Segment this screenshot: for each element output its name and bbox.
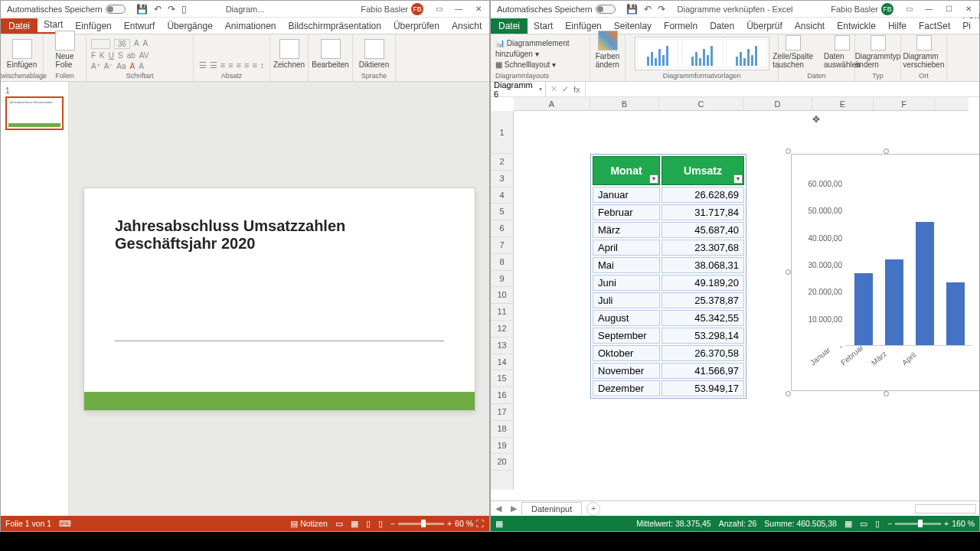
edit-button[interactable]: Bearbeiten bbox=[309, 37, 351, 70]
cell-month[interactable]: Februar bbox=[593, 204, 660, 220]
cell-month[interactable]: Mai bbox=[593, 257, 660, 273]
new-sheet-button[interactable]: + bbox=[586, 502, 600, 516]
cell-month[interactable]: Dezember bbox=[593, 380, 660, 396]
normal-view-icon[interactable]: ▦ bbox=[844, 519, 852, 528]
cell-value[interactable]: 25.378,87 bbox=[662, 292, 744, 308]
tab-daten[interactable]: Daten bbox=[704, 18, 740, 34]
tab-animationen[interactable]: Animationen bbox=[219, 18, 283, 34]
tab-ansicht[interactable]: Ansicht bbox=[789, 18, 831, 34]
row-header-1[interactable]: 1 bbox=[491, 111, 513, 154]
fit-icon[interactable]: ⛶ bbox=[476, 519, 485, 528]
sorter-view-icon[interactable]: ▦ bbox=[351, 519, 358, 528]
switch-row-col-button[interactable]: Zeile/Spalte tauschen bbox=[769, 34, 816, 70]
autosave-toggle[interactable] bbox=[596, 5, 616, 14]
embedded-chart[interactable]: 60.000,0050.000,0040.000,0030.000,0020.0… bbox=[791, 154, 979, 391]
row-header-11[interactable]: 11 bbox=[491, 304, 513, 321]
chart-styles-gallery[interactable] bbox=[635, 37, 769, 70]
table-row[interactable]: April23.307,68 bbox=[593, 240, 744, 256]
save-icon[interactable]: 💾 bbox=[136, 4, 148, 15]
tab-ueberpruefen[interactable]: Überprüfen bbox=[387, 18, 446, 34]
slideshow-view-icon[interactable]: ▯ bbox=[378, 519, 383, 528]
table-row[interactable]: August45.342,55 bbox=[593, 310, 744, 326]
zoom-in-icon[interactable]: + bbox=[447, 519, 452, 528]
slideshow-icon[interactable]: ▯ bbox=[181, 4, 187, 15]
cell-value[interactable]: 45.342,55 bbox=[662, 310, 744, 326]
quick-layout-button[interactable]: ▦ Schnelllayout ▾ bbox=[495, 60, 585, 70]
data-table[interactable]: Monat▾ Umsatz▾ Januar26.628,69Februar31.… bbox=[590, 154, 746, 399]
normal-view-icon[interactable]: ▭ bbox=[335, 519, 343, 528]
undo-icon[interactable]: ↶ bbox=[154, 4, 162, 15]
tab-formeln[interactable]: Formeln bbox=[658, 18, 704, 34]
cell-month[interactable]: August bbox=[593, 310, 660, 326]
row-header-20[interactable]: 20 bbox=[491, 454, 513, 471]
file-tab[interactable]: Datei bbox=[1, 18, 38, 34]
row-header-4[interactable]: 4 bbox=[491, 187, 513, 204]
name-box[interactable]: Diagramm 6▾ bbox=[491, 80, 546, 99]
cell-month[interactable]: Oktober bbox=[593, 345, 660, 361]
tab-start[interactable]: Start bbox=[528, 18, 559, 34]
cell-month[interactable]: November bbox=[593, 363, 660, 379]
chart-style-1[interactable] bbox=[637, 39, 678, 68]
tab-ueberpruefen[interactable]: Überprüf bbox=[740, 18, 789, 34]
cell-month[interactable]: Juli bbox=[593, 292, 660, 308]
numbering-icon[interactable]: ☰ bbox=[210, 60, 217, 70]
tab-entwurf[interactable]: Entwurf bbox=[118, 18, 162, 34]
avatar[interactable]: FB bbox=[881, 3, 893, 15]
close-icon[interactable]: ✕ bbox=[959, 2, 978, 16]
h-scrollbar[interactable] bbox=[915, 504, 976, 514]
filter-dropdown-icon[interactable]: ▾ bbox=[649, 174, 658, 184]
col-header-A[interactable]: A bbox=[514, 97, 590, 110]
cell-month[interactable]: Juni bbox=[593, 275, 660, 291]
zoom-out-icon[interactable]: − bbox=[887, 519, 892, 528]
redo-icon[interactable]: ↷ bbox=[168, 4, 175, 15]
zoom-slider[interactable] bbox=[895, 523, 941, 525]
ribbon-options-icon[interactable]: ▭ bbox=[900, 2, 918, 16]
sheet-nav-next-icon[interactable]: ▶ bbox=[506, 504, 521, 514]
cell-value[interactable]: 45.687,40 bbox=[662, 222, 744, 238]
row-header-5[interactable]: 5 bbox=[491, 204, 513, 220]
col-header-D[interactable]: D bbox=[743, 97, 812, 110]
row-header-6[interactable]: 6 bbox=[491, 220, 513, 237]
slide-subtitle-placeholder[interactable] bbox=[115, 341, 444, 341]
change-colors-button[interactable]: Farben ändern bbox=[593, 29, 623, 70]
zoom-value[interactable]: 160 % bbox=[952, 519, 975, 528]
page-layout-icon[interactable]: ▭ bbox=[860, 519, 867, 528]
zoom-in-icon[interactable]: + bbox=[944, 519, 949, 528]
cell-value[interactable]: 49.189,20 bbox=[662, 275, 744, 291]
slide-heading[interactable]: Jahresabschluss Umsatzzahlen Geschäftsja… bbox=[115, 217, 444, 253]
cell-value[interactable]: 23.307,68 bbox=[662, 240, 744, 256]
undo-icon[interactable]: ↶ bbox=[644, 4, 652, 15]
row-header-3[interactable]: 3 bbox=[491, 171, 513, 187]
table-row[interactable]: Dezember53.949,17 bbox=[593, 380, 744, 396]
cell-value[interactable]: 53.949,17 bbox=[662, 380, 744, 396]
file-tab[interactable]: Datei bbox=[491, 18, 528, 34]
row-header-18[interactable]: 18 bbox=[491, 421, 513, 438]
formula-bar[interactable] bbox=[585, 82, 979, 96]
save-icon[interactable]: 💾 bbox=[626, 4, 638, 15]
tab-bildschirm[interactable]: Bildschirmpräsentation bbox=[283, 18, 387, 34]
chart-style-2[interactable] bbox=[681, 39, 723, 68]
new-slide-button[interactable]: Neue Folie bbox=[51, 29, 80, 70]
minimize-icon[interactable]: — bbox=[920, 2, 938, 16]
row-header-19[interactable]: 19 bbox=[491, 438, 513, 455]
col-header-C[interactable]: C bbox=[659, 97, 743, 110]
chart-bar[interactable] bbox=[854, 273, 873, 345]
tab-factset[interactable]: FactSet bbox=[913, 18, 956, 34]
notes-button[interactable]: ▤ Notizen bbox=[290, 519, 328, 528]
cell-month[interactable]: April bbox=[593, 240, 660, 256]
row-header-16[interactable]: 16 bbox=[491, 387, 513, 404]
language-icon[interactable]: ⌨ bbox=[59, 519, 71, 528]
cell-month[interactable]: März bbox=[593, 222, 660, 238]
col-header-E[interactable]: E bbox=[812, 97, 874, 110]
row-header-2[interactable]: 2 bbox=[491, 154, 513, 171]
chart-bar[interactable] bbox=[916, 222, 934, 345]
sheet-nav-prev-icon[interactable]: ◀ bbox=[491, 504, 506, 514]
table-row[interactable]: Januar26.628,69 bbox=[593, 187, 744, 203]
sheet-tab-dateninput[interactable]: Dateninput bbox=[521, 502, 582, 515]
table-row[interactable]: Oktober26.370,58 bbox=[593, 345, 744, 361]
cell-value[interactable]: 38.068,31 bbox=[662, 257, 744, 273]
cell-month[interactable]: Januar bbox=[593, 187, 660, 203]
paste-button[interactable]: Einfügen bbox=[4, 37, 40, 70]
cell-value[interactable]: 53.298,14 bbox=[662, 328, 744, 344]
fx-icon[interactable]: fx bbox=[573, 85, 580, 94]
